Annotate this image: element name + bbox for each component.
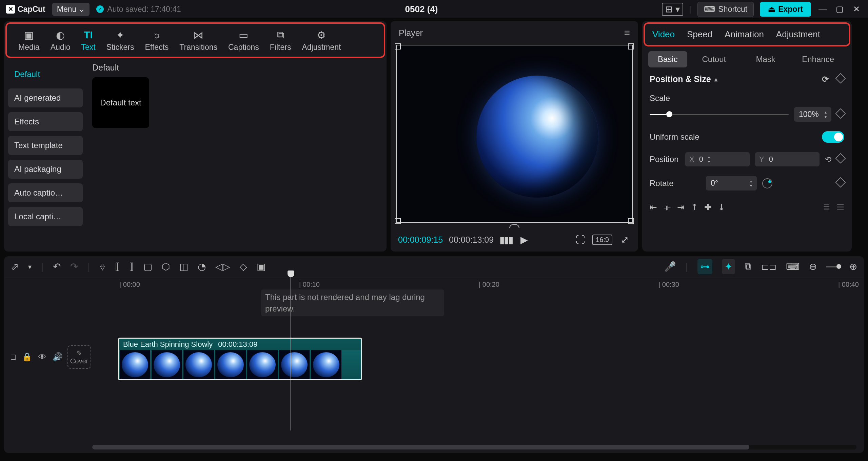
prop-tab-speed[interactable]: Speed — [687, 29, 712, 40]
keyframe-section-icon[interactable] — [837, 75, 844, 84]
scale-value[interactable]: 100% ▴▾ — [794, 107, 831, 122]
selection-handle-icon[interactable] — [628, 218, 634, 224]
playhead-handle-icon[interactable] — [288, 270, 294, 277]
reset-icon[interactable]: ⟳ — [822, 75, 829, 84]
align-center-v-icon[interactable]: ✚ — [704, 202, 712, 213]
timeline-scrollbar[interactable] — [92, 445, 856, 449]
lock-track-icon[interactable]: 🔒 — [22, 352, 32, 362]
timeline-clip[interactable]: Blue Earth Spinning Slowly 00:00:13:09 — [118, 338, 362, 380]
selection-handle-icon[interactable] — [395, 43, 401, 49]
section-position-size[interactable]: Position & Size ▴ ⟳ — [650, 74, 844, 84]
position-x-input[interactable]: X 0 ▴▾ — [685, 152, 750, 166]
rotate-input[interactable]: 0° ▴▾ — [706, 176, 757, 191]
frame-icon[interactable]: ▣ — [257, 261, 265, 272]
align-top-icon[interactable]: ⤒ — [691, 202, 698, 213]
chevron-down-icon[interactable]: ▾ — [28, 263, 32, 271]
keyframe-icon[interactable] — [837, 155, 844, 164]
undo-button[interactable]: ↶ — [53, 261, 61, 272]
side-item-auto-captions[interactable]: Auto captio… — [8, 183, 83, 202]
cover-button[interactable]: ✎ Cover — [67, 345, 91, 369]
side-item-default[interactable]: Default — [8, 65, 83, 84]
stepper-icon[interactable]: ▴▾ — [825, 110, 827, 119]
asset-default-text[interactable]: Default text — [92, 77, 149, 128]
player-panel-drag[interactable] — [391, 223, 638, 229]
player-canvas[interactable] — [396, 45, 633, 223]
rotate-dial-icon[interactable] — [762, 178, 772, 188]
align-center-h-icon[interactable]: ⟛ — [663, 202, 671, 213]
redo-button[interactable]: ↷ — [70, 261, 78, 272]
fullscreen-icon[interactable]: ⤢ — [618, 234, 631, 245]
side-item-effects[interactable]: Effects — [8, 112, 83, 131]
tool-tab-adjustment[interactable]: ⚙ Adjustment — [296, 28, 346, 53]
prop-tab-adjustment[interactable]: Adjustment — [776, 29, 820, 40]
playhead[interactable] — [291, 275, 291, 430]
mark-icon[interactable]: ⌨ — [786, 261, 800, 272]
auto-snap-toggle[interactable]: ✦ — [722, 259, 735, 274]
tool-tab-audio[interactable]: ◐ Audio — [45, 28, 76, 53]
tool-tab-transitions[interactable]: ⋈ Transitions — [174, 28, 223, 53]
visibility-icon[interactable]: 👁 — [38, 352, 46, 362]
menu-button[interactable]: Menu ⌄ — [52, 3, 90, 16]
mic-icon[interactable]: 🎤 — [664, 261, 676, 272]
position-reset-icon[interactable]: ⟲ — [825, 155, 831, 164]
zoom-in-icon[interactable]: ⊕ — [849, 261, 857, 272]
speed-icon[interactable]: ◔ — [198, 261, 206, 272]
tool-tab-media[interactable]: ▣ Media — [13, 28, 45, 53]
side-item-ai-packaging[interactable]: AI packaging — [8, 160, 83, 179]
shortcut-button[interactable]: ⌨ Shortcut — [697, 2, 754, 17]
mirror-icon[interactable]: ◁▷ — [215, 261, 230, 272]
shield-icon[interactable]: ⬡ — [162, 261, 170, 272]
stepper-icon[interactable]: ▴▾ — [750, 179, 752, 188]
split-icon[interactable]: ⎀ — [100, 261, 105, 272]
crop-icon[interactable]: ◫ — [179, 261, 188, 272]
export-button[interactable]: ⏏ Export — [760, 2, 811, 17]
subtab-cutout[interactable]: Cutout — [689, 51, 739, 67]
subtab-enhance[interactable]: Enhance — [792, 51, 844, 67]
zoom-out-icon[interactable]: ⊖ — [809, 261, 817, 272]
expand-tracks-icon[interactable]: □ — [11, 352, 16, 362]
window-maximize-button[interactable]: ▢ — [834, 4, 845, 15]
layout-icon[interactable]: ⊞ ▾ — [662, 3, 683, 16]
link-icon[interactable]: ⧉ — [745, 261, 751, 272]
cursor-tool-icon[interactable]: ⬀ — [11, 261, 19, 272]
mute-icon[interactable]: 🔊 — [53, 352, 63, 362]
keyframe-icon[interactable] — [837, 110, 844, 119]
focus-icon[interactable]: ⛶ — [574, 234, 586, 245]
align-right-icon[interactable]: ⇥ — [677, 202, 685, 213]
play-button[interactable]: ▶ — [518, 234, 530, 245]
position-y-input[interactable]: Y 0 ▴▾ — [755, 152, 820, 166]
trim-left-icon[interactable]: ⟦ — [115, 261, 120, 272]
timeline-body[interactable]: This part is not rendered and may lag du… — [4, 291, 864, 453]
tool-tab-text[interactable]: TI Text — [76, 28, 101, 53]
trim-right-icon[interactable]: ⟧ — [129, 261, 134, 272]
uniform-scale-toggle[interactable] — [822, 131, 844, 143]
prop-tab-animation[interactable]: Animation — [725, 29, 764, 40]
scale-slider[interactable] — [650, 114, 789, 115]
tool-tab-filters[interactable]: ⧉ Filters — [264, 28, 297, 53]
preview-icon[interactable]: ⊏⊐ — [761, 261, 776, 272]
selection-handle-icon[interactable] — [395, 218, 401, 224]
align-bottom-icon[interactable]: ⤓ — [718, 202, 725, 213]
side-item-text-template[interactable]: Text template — [8, 136, 83, 155]
subtab-basic[interactable]: Basic — [648, 51, 687, 67]
keyframe-icon[interactable] — [837, 179, 844, 188]
tool-tab-effects[interactable]: ☼ Effects — [139, 28, 174, 53]
delete-icon[interactable]: ▢ — [143, 261, 152, 272]
tool-tab-stickers[interactable]: ✦ Stickers — [101, 28, 140, 53]
timeline-ruler[interactable]: | 00:00 | 00:10 | 00:20 | 00:30 | 00:40 — [4, 277, 864, 291]
rotate-icon[interactable]: ◇ — [240, 261, 247, 272]
zoom-slider[interactable] — [826, 266, 840, 267]
player-menu-icon[interactable]: ≡ — [624, 27, 630, 39]
magnetic-toggle[interactable]: ⊶ — [697, 259, 712, 274]
side-item-local-captions[interactable]: Local capti… — [8, 207, 83, 226]
align-left-icon[interactable]: ⇤ — [650, 202, 657, 213]
stepper-icon[interactable]: ▴▾ — [708, 155, 710, 164]
selection-handle-icon[interactable] — [628, 43, 634, 49]
tool-tab-captions[interactable]: ▭ Captions — [223, 28, 264, 53]
aspect-ratio[interactable]: 16:9 — [592, 235, 612, 245]
subtab-mask[interactable]: Mask — [741, 51, 790, 67]
side-item-ai-generated[interactable]: AI generated — [8, 88, 83, 107]
prop-tab-video[interactable]: Video — [652, 29, 675, 40]
window-minimize-button[interactable]: — — [817, 4, 828, 15]
quality-icon[interactable]: ▮▮▮ — [500, 234, 512, 245]
